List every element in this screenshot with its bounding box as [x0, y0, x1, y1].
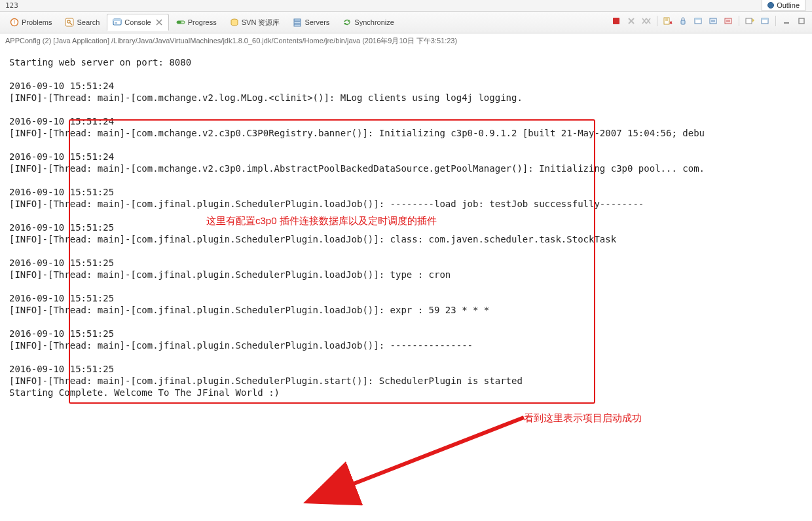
console-output[interactable]: Starting web server on port: 8080 2016-0… [0, 47, 812, 521]
svg-rect-18 [613, 18, 619, 24]
remove-launch-button[interactable] [625, 14, 638, 28]
svg-rect-11 [177, 21, 181, 24]
annotation-box [69, 119, 595, 404]
svg-rect-43 [784, 22, 789, 24]
tab-synchronize[interactable]: Synchronize [337, 14, 400, 31]
svg-rect-6 [113, 19, 121, 21]
clear-console-button[interactable] [661, 14, 674, 28]
tab-servers[interactable]: Servers [287, 14, 335, 31]
annotation-arrow [327, 411, 537, 496]
svg-rect-39 [746, 18, 752, 24]
show-when-stdout-button[interactable] [707, 14, 720, 28]
svg-rect-14 [294, 22, 301, 24]
display-selected-console-button[interactable] [758, 14, 771, 28]
tab-search[interactable]: Search [59, 14, 105, 31]
maximize-button[interactable] [795, 14, 808, 28]
problems-icon: ! [10, 18, 19, 27]
svg-rect-15 [294, 24, 301, 26]
servers-icon [293, 18, 302, 27]
editor-top-text: 123 [5, 1, 18, 10]
svg-text:!: ! [14, 19, 16, 26]
svg-rect-42 [762, 18, 768, 20]
editor-top-strip: 123 [0, 0, 812, 12]
separator [657, 16, 657, 26]
svg-rect-2 [65, 18, 73, 26]
svg-rect-33 [710, 18, 716, 24]
views-tabbar: ! Problems Search Console Progress SVN 资… [0, 12, 812, 33]
tab-problems-label: Problems [22, 18, 52, 26]
launch-description: APPConfig (2) [Java Application] /Librar… [0, 33, 812, 47]
svg-line-46 [347, 417, 524, 486]
svg-rect-13 [294, 19, 301, 21]
svg-rect-44 [799, 18, 804, 24]
pin-console-button[interactable] [692, 14, 705, 28]
progress-icon [176, 18, 185, 27]
outline-icon [767, 2, 774, 9]
tab-svn[interactable]: SVN 资源库 [224, 14, 286, 31]
svg-rect-30 [681, 20, 685, 24]
tab-svn-label: SVN 资源库 [242, 18, 280, 28]
svn-icon [230, 18, 239, 27]
tab-synchronize-label: Synchronize [354, 18, 394, 26]
separator [775, 16, 776, 26]
separator [739, 16, 739, 26]
terminate-button[interactable] [610, 14, 623, 28]
tab-console-label: Console [124, 18, 151, 26]
search-icon [65, 18, 74, 27]
show-when-stderr-button[interactable] [722, 14, 735, 28]
tab-progress-label: Progress [188, 18, 217, 26]
open-console-button[interactable] [743, 14, 756, 28]
svg-marker-40 [752, 18, 754, 22]
console-icon [113, 18, 122, 27]
minimize-button[interactable] [780, 14, 793, 28]
tab-console[interactable]: Console [107, 14, 168, 31]
outline-label: Outline [777, 1, 800, 9]
outline-view-tab[interactable]: Outline [762, 0, 805, 11]
annotation-text-2: 看到这里表示项目启动成功 [524, 412, 642, 425]
svg-rect-36 [725, 18, 731, 24]
tab-problems[interactable]: ! Problems [4, 14, 58, 31]
remove-all-button[interactable] [640, 14, 653, 28]
tab-servers-label: Servers [304, 18, 329, 26]
console-toolbar [610, 14, 808, 28]
svg-rect-32 [695, 18, 701, 20]
tab-search-label: Search [77, 18, 100, 26]
scroll-lock-button[interactable] [676, 14, 690, 28]
annotation-text-1: 这里有配置c3p0 插件连接数据库以及定时调度的插件 [206, 215, 437, 227]
close-icon[interactable] [155, 18, 163, 26]
sync-icon [342, 18, 352, 27]
tab-progress[interactable]: Progress [170, 14, 223, 31]
